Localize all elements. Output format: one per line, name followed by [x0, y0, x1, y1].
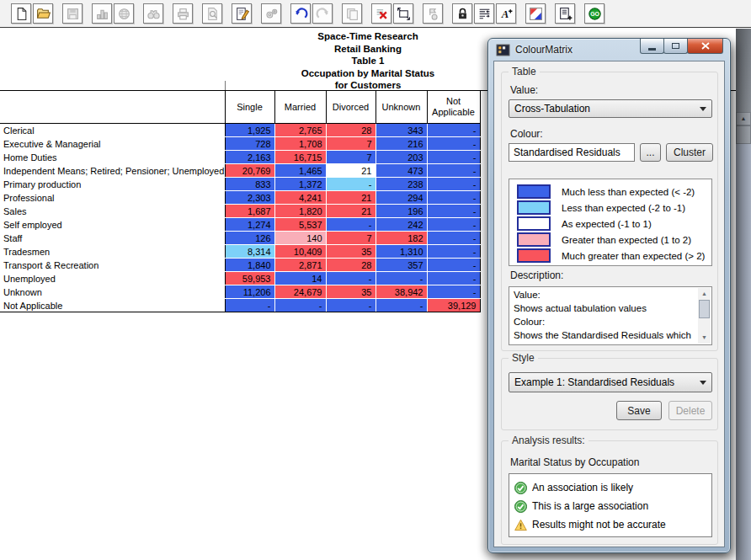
description-scrollbar[interactable]: ▲ ▼ [698, 288, 711, 344]
value-cell[interactable]: 4,241 [274, 191, 326, 205]
scrollbar-thumb[interactable] [736, 125, 751, 144]
row-header[interactable]: Sales [0, 205, 225, 218]
value-cell[interactable]: 1,687 [225, 205, 274, 218]
value-cell[interactable]: - [427, 191, 480, 205]
value-cell[interactable]: 1,274 [225, 218, 274, 232]
value-cell[interactable]: 1,925 [225, 124, 274, 137]
value-cell[interactable]: - [274, 299, 326, 312]
value-cell[interactable]: 242 [376, 218, 427, 232]
value-cell[interactable]: - [376, 272, 427, 285]
row-header[interactable]: Transport & Recreation [0, 259, 225, 272]
value-cell[interactable]: 1,465 [274, 164, 326, 178]
value-cell[interactable]: 2,871 [274, 259, 326, 272]
value-cell[interactable]: 8,314 [225, 245, 274, 259]
main-vertical-scrollbar[interactable]: ▲ [736, 29, 751, 560]
value-cell[interactable]: 7 [326, 232, 376, 245]
value-cell[interactable]: 39,129 [427, 299, 480, 312]
column-header[interactable]: Not Applicable [427, 91, 480, 124]
value-cell[interactable]: 2,765 [274, 124, 326, 137]
value-cell[interactable]: 1,820 [274, 205, 326, 218]
value-cell[interactable]: - [427, 205, 480, 218]
value-cell[interactable]: 833 [225, 178, 274, 191]
value-cell[interactable]: 294 [376, 191, 427, 205]
desc-scroll-down[interactable]: ▼ [698, 332, 711, 344]
value-cell[interactable]: 10,409 [274, 245, 326, 259]
value-cell[interactable]: - [427, 124, 480, 137]
row-header[interactable]: Not Applicable [0, 299, 225, 312]
row-header[interactable]: Self employed [0, 218, 225, 232]
value-cell[interactable]: - [326, 299, 376, 312]
value-cell[interactable]: 473 [376, 164, 427, 178]
row-header[interactable]: Staff [0, 232, 225, 245]
colour-input[interactable]: Standardised Residuals [509, 143, 635, 162]
desc-scroll-thumb[interactable] [699, 300, 710, 318]
close-button[interactable] [687, 39, 723, 54]
column-header[interactable]: Unknown [376, 91, 427, 124]
value-cell[interactable]: 343 [376, 124, 427, 137]
go-button[interactable]: GO [584, 3, 605, 24]
value-cell[interactable]: - [427, 164, 480, 178]
value-cell[interactable]: - [376, 299, 427, 312]
value-cell[interactable]: - [326, 218, 376, 232]
scrollbar-track[interactable] [736, 144, 751, 560]
row-header[interactable]: Home Duties [0, 151, 225, 164]
save-button[interactable]: Save [616, 401, 662, 420]
value-cell[interactable]: - [427, 178, 480, 191]
value-cell[interactable]: 2,163 [225, 151, 274, 164]
colour-matrix-button[interactable] [525, 3, 546, 24]
value-cell[interactable]: 38,942 [376, 285, 427, 299]
value-cell[interactable]: - [225, 299, 274, 312]
resize-table-button[interactable] [393, 3, 413, 24]
value-cell[interactable]: 28 [326, 259, 376, 272]
value-cell[interactable]: - [427, 218, 480, 232]
new-window-button[interactable] [555, 3, 575, 24]
value-cell[interactable]: 16,715 [274, 151, 326, 164]
value-cell[interactable]: 1,310 [376, 245, 427, 259]
value-cell[interactable]: 728 [225, 137, 274, 151]
value-combobox[interactable]: Cross-Tabulation [509, 99, 712, 118]
value-cell[interactable]: - [427, 259, 480, 272]
column-header[interactable]: Married [274, 91, 326, 124]
value-cell[interactable]: 21 [326, 164, 376, 178]
value-cell[interactable]: - [326, 272, 376, 285]
value-cell[interactable]: 357 [376, 259, 427, 272]
value-cell[interactable]: 1,708 [274, 137, 326, 151]
open-button[interactable] [33, 3, 53, 24]
value-cell[interactable]: 1,372 [274, 178, 326, 191]
font-increase-button[interactable]: A [496, 3, 516, 24]
value-cell[interactable]: 59,953 [225, 272, 274, 285]
new-table-button[interactable] [11, 3, 31, 24]
row-header[interactable]: Unknown [0, 285, 225, 299]
outline-view-button[interactable] [474, 3, 494, 24]
value-cell[interactable]: - [427, 232, 480, 245]
value-cell[interactable]: 216 [376, 137, 427, 151]
value-cell[interactable]: - [427, 151, 480, 164]
value-cell[interactable]: 7 [326, 151, 376, 164]
value-cell[interactable]: 182 [376, 232, 427, 245]
row-header[interactable]: Primary production [0, 178, 225, 191]
dialog-titlebar[interactable]: ColourMatrix [488, 39, 730, 61]
row-header[interactable]: Tradesmen [0, 245, 225, 259]
value-cell[interactable]: - [427, 137, 480, 151]
value-cell[interactable]: 20,769 [225, 164, 274, 178]
value-cell[interactable]: 14 [274, 272, 326, 285]
value-cell[interactable]: 1,840 [225, 259, 274, 272]
value-cell[interactable]: 203 [376, 151, 427, 164]
row-header[interactable]: Independent Means; Retired; Pensioner; U… [0, 164, 225, 178]
maximize-button[interactable] [663, 39, 688, 54]
value-cell[interactable]: 196 [376, 205, 427, 218]
value-cell[interactable]: 21 [326, 191, 376, 205]
remove-item-button[interactable] [371, 3, 391, 24]
value-cell[interactable]: 140 [274, 232, 326, 245]
value-cell[interactable]: 35 [326, 245, 376, 259]
column-header[interactable]: Single [225, 91, 274, 124]
lock-button[interactable] [452, 3, 472, 24]
value-cell[interactable]: 21 [326, 205, 376, 218]
row-header[interactable]: Unemployed [0, 272, 225, 285]
scroll-up-button[interactable]: ▲ [736, 112, 751, 125]
browse-button[interactable]: ... [640, 143, 661, 162]
value-cell[interactable]: 28 [326, 124, 376, 137]
value-cell[interactable]: 2,303 [225, 191, 274, 205]
style-combobox[interactable]: Example 1: Standardised Residuals [509, 372, 712, 392]
row-header[interactable]: Executive & Managerial [0, 137, 225, 151]
